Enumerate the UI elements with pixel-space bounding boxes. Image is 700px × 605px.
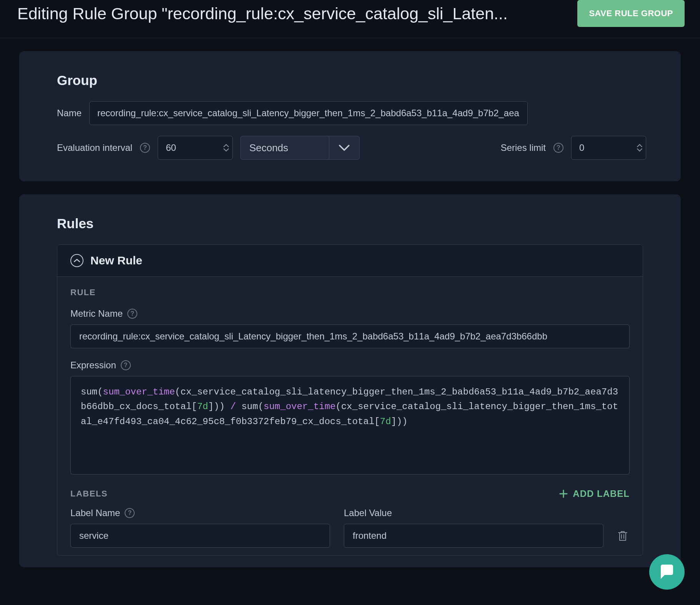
label-value-col: Label Value xyxy=(344,508,603,548)
eval-interval-input[interactable] xyxy=(158,136,233,160)
group-settings-row: Evaluation interval ? Seconds Series lim… xyxy=(57,136,646,160)
expression-editor[interactable]: sum(sum_over_time(cx_service_catalog_sli… xyxy=(70,376,630,475)
label-name-col: Label Name ? xyxy=(70,508,330,548)
help-icon[interactable]: ? xyxy=(553,143,563,153)
series-limit-wrap xyxy=(571,136,646,160)
chat-button[interactable] xyxy=(649,554,685,590)
labels-section-label: LABELS xyxy=(70,489,108,499)
help-icon[interactable]: ? xyxy=(140,143,150,153)
metric-name-label-row: Metric Name ? xyxy=(70,308,630,319)
expression-label: Expression xyxy=(70,360,116,371)
group-name-row: Name xyxy=(57,101,646,125)
save-rule-group-button[interactable]: SAVE RULE GROUP xyxy=(577,0,685,27)
series-limit-input[interactable] xyxy=(571,136,646,160)
rule-card: New Rule RULE Metric Name ? Expression ?… xyxy=(57,244,643,556)
eval-interval-wrap xyxy=(158,136,233,160)
rule-body: RULE Metric Name ? Expression ? sum(sum_… xyxy=(57,277,643,555)
labels-row: Label Name ? Label Value xyxy=(70,508,630,548)
trash-icon[interactable] xyxy=(617,530,628,541)
chevron-up-icon xyxy=(70,254,83,267)
group-name-input[interactable] xyxy=(89,101,528,125)
rule-section-label: RULE xyxy=(70,287,630,297)
rules-heading: Rules xyxy=(57,216,643,231)
rule-header[interactable]: New Rule xyxy=(57,245,643,277)
label-value-label: Label Value xyxy=(344,508,392,518)
series-limit-stepper[interactable] xyxy=(637,144,642,152)
help-icon[interactable]: ? xyxy=(121,360,131,370)
plus-icon xyxy=(559,489,568,498)
add-label-text: ADD LABEL xyxy=(573,488,630,499)
help-icon[interactable]: ? xyxy=(127,309,137,319)
group-name-label: Name xyxy=(57,108,82,119)
add-label-button[interactable]: ADD LABEL xyxy=(559,488,630,499)
top-bar: Editing Rule Group "recording_rule:cx_se… xyxy=(0,0,700,38)
expression-label-row: Expression ? xyxy=(70,360,630,371)
metric-name-input[interactable] xyxy=(70,324,630,348)
eval-unit-value: Seconds xyxy=(241,136,329,159)
label-name-input[interactable] xyxy=(70,524,330,548)
help-icon[interactable]: ? xyxy=(125,508,135,518)
eval-unit-select[interactable]: Seconds xyxy=(240,136,360,160)
group-panel: Group Name Evaluation interval ? Seconds… xyxy=(19,51,681,181)
metric-name-label: Metric Name xyxy=(70,308,123,319)
series-limit-label: Series limit xyxy=(501,142,546,153)
eval-interval-stepper[interactable] xyxy=(223,144,229,152)
eval-interval-label: Evaluation interval xyxy=(57,142,132,153)
label-name-label: Label Name xyxy=(70,508,120,518)
rule-title: New Rule xyxy=(90,254,142,267)
chat-icon xyxy=(658,563,675,580)
label-value-input[interactable] xyxy=(344,524,603,548)
rules-panel: Rules New Rule RULE Metric Name ? Expres… xyxy=(19,194,681,567)
group-heading: Group xyxy=(57,73,646,88)
labels-header: LABELS ADD LABEL xyxy=(70,488,630,499)
chevron-down-icon xyxy=(329,136,359,159)
page-title: Editing Rule Group "recording_rule:cx_se… xyxy=(17,4,508,23)
